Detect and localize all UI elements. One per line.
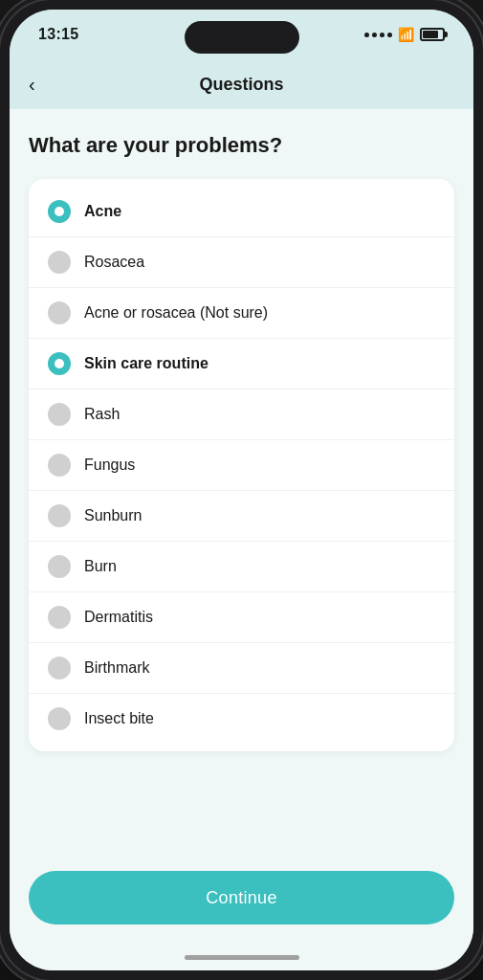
screen: 13:15 📶 ‹ Questions — [10, 10, 473, 970]
option-item-rash[interactable]: Rash — [29, 390, 454, 440]
option-item-acne-rosacea[interactable]: Acne or rosacea (Not sure) — [29, 288, 454, 339]
radio-rosacea — [48, 251, 71, 274]
page-question: What are your problems? — [29, 132, 454, 160]
home-bar — [185, 955, 299, 960]
main-content: What are your problems? AcneRosaceaAcne … — [10, 109, 473, 858]
back-icon: ‹ — [29, 74, 35, 96]
option-item-birthmark[interactable]: Birthmark — [29, 643, 454, 694]
phone-frame: 13:15 📶 ‹ Questions — [0, 0, 483, 980]
status-bar: 13:15 📶 — [10, 10, 473, 59]
signal-icon — [364, 33, 392, 37]
radio-acne — [48, 200, 71, 223]
dynamic-island — [185, 21, 299, 54]
options-card: AcneRosaceaAcne or rosacea (Not sure)Ski… — [29, 179, 454, 751]
option-label-sunburn: Sunburn — [84, 507, 143, 524]
option-label-skin-care-routine: Skin care routine — [84, 355, 209, 372]
radio-fungus — [48, 454, 71, 477]
home-indicator — [10, 944, 473, 970]
option-label-acne: Acne — [84, 203, 121, 220]
radio-birthmark — [48, 657, 71, 679]
option-item-dermatitis[interactable]: Dermatitis — [29, 592, 454, 643]
option-item-burn[interactable]: Burn — [29, 542, 454, 592]
back-button[interactable]: ‹ — [29, 74, 35, 96]
nav-title: Questions — [199, 75, 283, 95]
battery-fill — [423, 31, 438, 38]
option-item-acne[interactable]: Acne — [29, 187, 454, 237]
option-item-fungus[interactable]: Fungus — [29, 440, 454, 491]
status-icons: 📶 — [364, 27, 445, 42]
radio-acne-rosacea — [48, 301, 71, 324]
radio-burn — [48, 555, 71, 578]
option-label-burn: Burn — [84, 558, 117, 575]
option-label-rash: Rash — [84, 406, 120, 423]
option-item-insect-bite[interactable]: Insect bite — [29, 694, 454, 744]
radio-insect-bite — [48, 707, 71, 730]
continue-button[interactable]: Continue — [29, 871, 454, 924]
option-label-insect-bite: Insect bite — [84, 710, 154, 727]
radio-sunburn — [48, 504, 71, 527]
wifi-icon: 📶 — [398, 27, 414, 42]
status-time: 13:15 — [38, 26, 78, 43]
option-item-rosacea[interactable]: Rosacea — [29, 237, 454, 288]
option-label-rosacea: Rosacea — [84, 254, 144, 271]
radio-rash — [48, 403, 71, 426]
radio-dermatitis — [48, 606, 71, 629]
radio-skin-care-routine — [48, 352, 71, 375]
option-label-fungus: Fungus — [84, 457, 135, 474]
nav-bar: ‹ Questions — [10, 59, 473, 109]
option-label-birthmark: Birthmark — [84, 659, 149, 677]
option-label-dermatitis: Dermatitis — [84, 609, 153, 626]
option-item-sunburn[interactable]: Sunburn — [29, 491, 454, 542]
battery-icon — [420, 28, 445, 41]
option-item-skin-care-routine[interactable]: Skin care routine — [29, 339, 454, 390]
continue-bar: Continue — [10, 858, 473, 944]
option-label-acne-rosacea: Acne or rosacea (Not sure) — [84, 304, 268, 322]
